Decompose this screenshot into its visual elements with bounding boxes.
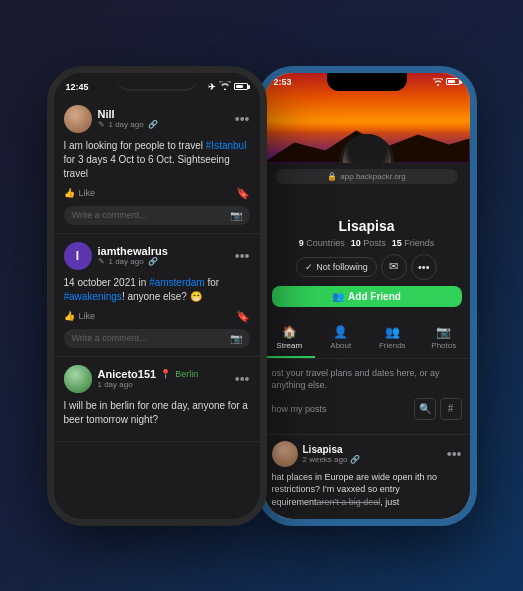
wifi-icon-left — [219, 81, 231, 92]
stream-tab-icon: 🏠 — [282, 325, 297, 339]
three-dots-right-post[interactable]: ••• — [447, 446, 462, 462]
post-meta-nill: ✎ 1 day ago 🔗 — [98, 120, 158, 129]
profile-tabs: 🏠 Stream 👤 About 👥 Friends 📷 Photos — [264, 319, 470, 359]
add-friend-label: Add Friend — [348, 291, 401, 302]
battery-icon-left — [234, 83, 248, 90]
status-icons-right — [433, 78, 460, 86]
about-tab-icon: 👤 — [333, 325, 348, 339]
tab-about-label: About — [330, 341, 351, 350]
user-info-aniceto: Aniceto151 📍 Berlin 1 day ago — [98, 368, 199, 389]
profile-avatar-img — [343, 137, 391, 163]
thumb-icon-walrus: 👍 — [64, 311, 75, 321]
profile-stats: 9 Countries 10 Posts 15 Friends — [264, 238, 470, 248]
right-post-header: Lisapisa 2 weeks ago 🔗 ••• — [272, 441, 462, 467]
avatar-nill — [64, 105, 92, 133]
meta-nill: 1 day ago — [109, 120, 144, 129]
battery-tip-right — [460, 80, 462, 84]
three-dots-aniceto[interactable]: ••• — [235, 371, 250, 387]
post-user-nill: Nill ✎ 1 day ago 🔗 — [64, 105, 158, 133]
stat-countries-value: 9 — [299, 238, 304, 248]
notch-left — [117, 73, 197, 91]
post-header-aniceto: Aniceto151 📍 Berlin 1 day ago ••• — [64, 365, 250, 393]
tab-stream[interactable]: 🏠 Stream — [264, 319, 316, 358]
check-circle-icon: ✓ — [305, 262, 313, 272]
left-phone-content: Nill ✎ 1 day ago 🔗 ••• I am looking for … — [54, 97, 260, 519]
message-button[interactable]: ✉ — [381, 254, 407, 280]
edit-icon-nill: ✎ — [98, 120, 105, 129]
tab-photos[interactable]: 📷 Photos — [418, 319, 470, 358]
avatar-aniceto — [64, 365, 92, 393]
phone-right: 2:53 — [257, 66, 477, 526]
like-button-nill[interactable]: 👍 Like — [64, 188, 96, 198]
not-following-label: Not following — [316, 262, 368, 272]
right-post-text: hat places in Europe are wide open ith n… — [272, 471, 462, 509]
link-icon-nill: 🔗 — [148, 120, 158, 129]
profile-body: ost your travel plans and dates here, or… — [264, 359, 470, 434]
user-info-nill: Nill ✎ 1 day ago 🔗 — [98, 108, 158, 129]
hash-icon[interactable]: # — [440, 398, 462, 420]
url-bar-container: 🔒 app.backpackr.org — [264, 163, 470, 184]
comment-placeholder-walrus: Write a comment... — [72, 333, 224, 343]
bookmark-icon-walrus[interactable]: 🔖 — [236, 310, 250, 323]
post-meta-aniceto: 1 day ago — [98, 380, 199, 389]
url-text: app.backpackr.org — [340, 172, 405, 181]
battery-fill-left — [236, 85, 243, 88]
add-friend-icon: 👥 — [332, 291, 344, 302]
lock-icon: 🔒 — [327, 172, 337, 181]
profile-name: Lisapisa — [264, 218, 470, 234]
right-phone-content: 2:53 — [264, 73, 470, 519]
post-text-nill: I am looking for people to travel #Istan… — [64, 139, 250, 181]
right-post-user-info: Lisapisa 2 weeks ago 🔗 — [303, 444, 361, 464]
right-post-meta: 2 weeks ago 🔗 — [303, 455, 361, 464]
friends-tab-icon: 👥 — [385, 325, 400, 339]
tab-about[interactable]: 👤 About — [315, 319, 367, 358]
like-button-walrus[interactable]: 👍 Like — [64, 311, 96, 321]
stat-countries: 9 Countries — [299, 238, 345, 248]
tab-friends-label: Friends — [379, 341, 406, 350]
tab-friends[interactable]: 👥 Friends — [367, 319, 419, 358]
svg-point-0 — [437, 84, 439, 86]
hashtag-awakenings: #awakenings — [64, 291, 122, 302]
stat-friends: 15 Friends — [392, 238, 435, 248]
tab-photos-label: Photos — [431, 341, 456, 350]
post-meta-walrus: ✎ 1 day ago 🔗 — [98, 257, 168, 266]
right-post-link-icon: 🔗 — [350, 455, 360, 464]
search-hash-row: 🔍 # — [414, 398, 462, 420]
thumb-icon-nill: 👍 — [64, 188, 75, 198]
post-aniceto: Aniceto151 📍 Berlin 1 day ago ••• I will… — [54, 357, 260, 442]
username-aniceto: Aniceto151 — [98, 368, 157, 380]
camera-icon-nill: 📷 — [230, 210, 242, 221]
right-post-text-end: , just — [380, 497, 399, 507]
comment-input-nill[interactable]: Write a comment... 📷 — [64, 206, 250, 225]
post-header-walrus: I iamthewalrus ✎ 1 day ago 🔗 ••• — [64, 242, 250, 270]
post-actions-nill: 👍 Like 🔖 — [64, 187, 250, 200]
more-button[interactable]: ••• — [411, 254, 437, 280]
like-label-nill: Like — [79, 188, 96, 198]
stat-countries-label: Countries — [306, 238, 345, 248]
post-user-walrus: I iamthewalrus ✎ 1 day ago 🔗 — [64, 242, 168, 270]
link-icon-walrus: 🔗 — [148, 257, 158, 266]
bookmark-icon-nill[interactable]: 🔖 — [236, 187, 250, 200]
three-dots-nill[interactable]: ••• — [235, 111, 250, 127]
wifi-icon-right — [433, 78, 443, 86]
edit-icon-walrus: ✎ — [98, 257, 105, 266]
time-right: 2:53 — [274, 77, 292, 87]
not-following-button[interactable]: ✓ Not following — [296, 257, 377, 277]
comment-placeholder-nill: Write a comment... — [72, 210, 224, 220]
meta-aniceto: 1 day ago — [98, 380, 133, 389]
post-actions-walrus: 👍 Like 🔖 — [64, 310, 250, 323]
phone-left: 12:45 ✈ — [47, 66, 267, 526]
comment-input-walrus[interactable]: Write a comment... 📷 — [64, 329, 250, 348]
post-text-walrus: 14 october 2021 in #amsterdam for #awake… — [64, 276, 250, 304]
add-friend-button[interactable]: 👥 Add Friend — [272, 286, 462, 307]
post-nill: Nill ✎ 1 day ago 🔗 ••• I am looking for … — [54, 97, 260, 234]
post-text-aniceto: I will be in berlin for one day, anyone … — [64, 399, 250, 427]
photos-tab-icon: 📷 — [436, 325, 451, 339]
search-icon[interactable]: 🔍 — [414, 398, 436, 420]
three-dots-walrus[interactable]: ••• — [235, 248, 250, 264]
profile-avatar-container — [340, 134, 394, 163]
battery-fill-right — [448, 80, 455, 83]
profile-avatar-right — [340, 134, 394, 163]
location-icon-aniceto: 📍 — [160, 369, 171, 379]
show-posts-label: how my posts — [272, 404, 327, 414]
